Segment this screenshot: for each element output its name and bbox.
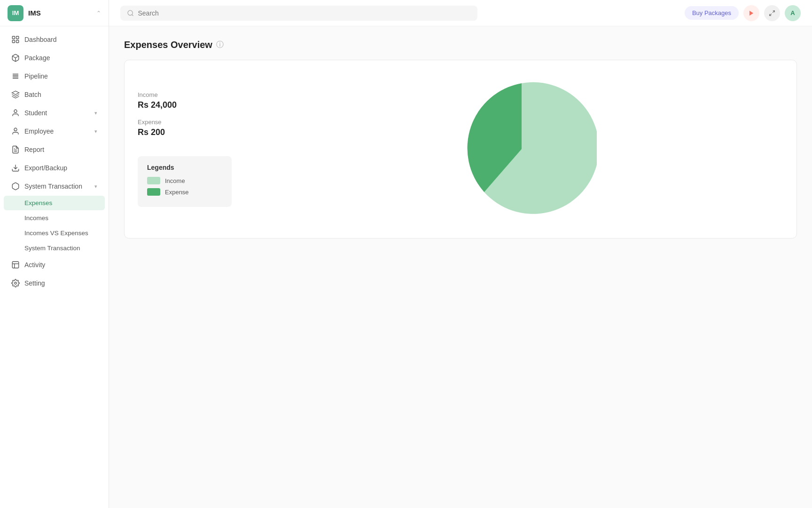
sidebar-item-label: Dashboard [24, 36, 57, 43]
batch-icon [11, 90, 20, 99]
svg-point-6 [14, 110, 17, 112]
svg-rect-3 [16, 40, 19, 43]
search-input[interactable] [138, 9, 471, 17]
expense-label: Expense [138, 119, 232, 126]
sidebar-item-label: Batch [24, 91, 41, 98]
income-stat: Income Rs 24,000 [138, 91, 232, 110]
sidebar-item-package[interactable]: Package [4, 49, 105, 67]
avatar-button[interactable]: A [785, 5, 801, 21]
logo-badge: IM [8, 5, 23, 21]
student-icon [11, 109, 20, 117]
dashboard-icon [11, 35, 20, 44]
play-icon [748, 10, 755, 16]
employee-chevron-icon: ▾ [94, 128, 97, 135]
legends-box: Legends Income Expense [138, 156, 232, 207]
report-icon [11, 145, 20, 154]
overview-stats: Income Rs 24,000 Expense Rs 200 Legends … [138, 91, 232, 207]
search-icon [127, 9, 134, 17]
expense-color-swatch [147, 188, 160, 196]
sidebar-subitem-label: Incomes VS Expenses [24, 230, 88, 237]
svg-line-18 [773, 10, 774, 12]
export-icon [11, 164, 20, 172]
svg-rect-11 [12, 262, 19, 268]
info-icon: ⓘ [216, 40, 224, 50]
sidebar-item-label: System Transaction [24, 183, 82, 190]
overview-card: Income Rs 24,000 Expense Rs 200 Legends … [124, 60, 797, 238]
income-color-swatch [147, 177, 160, 184]
svg-marker-17 [750, 10, 753, 16]
employee-icon [11, 127, 20, 135]
sidebar-subitem-expenses[interactable]: Expenses [4, 196, 105, 210]
sidebar-item-label: Report [24, 146, 44, 153]
svg-rect-2 [12, 40, 15, 43]
sidebar-subitem-incomes[interactable]: Incomes [4, 211, 105, 225]
sidebar-item-label: Activity [24, 261, 45, 269]
search-box[interactable] [120, 6, 477, 21]
sidebar-item-label: Student [24, 109, 47, 117]
sidebar: IM IMS ⌃ Dashboard Package [0, 0, 109, 508]
topbar-actions: Buy Packages A [685, 5, 801, 21]
sidebar-item-label: Employee [24, 127, 54, 135]
svg-rect-0 [12, 36, 15, 39]
sidebar-item-pipeline[interactable]: Pipeline [4, 67, 105, 85]
system-transaction-chevron-icon: ▾ [94, 183, 97, 190]
sidebar-item-student[interactable]: Student ▾ [4, 104, 105, 122]
svg-point-7 [14, 128, 17, 131]
sidebar-item-label: Package [24, 54, 50, 62]
legend-income: Income [147, 177, 222, 184]
expense-stat: Expense Rs 200 [138, 119, 232, 137]
sidebar-item-dashboard[interactable]: Dashboard [4, 31, 105, 48]
buy-packages-button[interactable]: Buy Packages [685, 6, 739, 20]
svg-point-15 [128, 10, 133, 15]
legend-expense-label: Expense [165, 189, 189, 196]
sidebar-item-setting[interactable]: Setting [4, 274, 105, 292]
content-area: Expenses Overview ⓘ Income Rs 24,000 Exp… [109, 26, 812, 508]
sidebar-item-label: Export/Backup [24, 164, 67, 172]
topbar: Buy Packages A [109, 0, 812, 26]
play-button[interactable] [743, 5, 759, 21]
legends-title: Legends [147, 164, 222, 171]
sidebar-subitem-incomes-vs-expenses[interactable]: Incomes VS Expenses [4, 226, 105, 240]
sidebar-item-report[interactable]: Report [4, 141, 105, 159]
main-content: Buy Packages A Expenses Overview ⓘ Inco [109, 0, 812, 508]
sidebar-item-export-backup[interactable]: Export/Backup [4, 159, 105, 177]
page-title-row: Expenses Overview ⓘ [124, 40, 797, 50]
pipeline-icon [11, 72, 20, 80]
sidebar-item-label: Pipeline [24, 72, 48, 80]
income-label: Income [138, 91, 232, 98]
sidebar-subitem-label: Expenses [24, 199, 52, 206]
sidebar-toggle-icon[interactable]: ⌃ [96, 10, 101, 16]
sidebar-item-employee[interactable]: Employee ▾ [4, 122, 105, 140]
sidebar-item-batch[interactable]: Batch [4, 86, 105, 103]
page-title: Expenses Overview [124, 40, 212, 50]
expense-value: Rs 200 [138, 127, 232, 137]
logo-text: IMS [28, 9, 41, 17]
sidebar-nav: Dashboard Package Pipeline [0, 26, 109, 508]
svg-marker-5 [12, 91, 19, 95]
sidebar-subitem-system-transaction[interactable]: System Transaction [4, 241, 105, 255]
student-chevron-icon: ▾ [94, 110, 97, 116]
income-value: Rs 24,000 [138, 100, 232, 110]
sidebar-header: IM IMS ⌃ [0, 0, 109, 26]
expand-button[interactable] [764, 5, 780, 21]
svg-point-14 [15, 282, 17, 285]
sidebar-subitem-label: System Transaction [24, 245, 80, 252]
sidebar-item-label: Setting [24, 279, 45, 287]
svg-line-19 [770, 14, 772, 16]
package-icon [11, 54, 20, 62]
sidebar-item-system-transaction[interactable]: System Transaction ▾ [4, 177, 105, 195]
pie-chart-container [260, 74, 783, 224]
sidebar-subitem-label: Incomes [24, 214, 48, 222]
pie-chart [446, 74, 597, 224]
legend-income-label: Income [165, 177, 185, 184]
activity-icon [11, 261, 20, 269]
legend-expense: Expense [147, 188, 222, 196]
svg-rect-1 [16, 36, 19, 39]
system-transaction-icon [11, 182, 20, 190]
gear-icon [11, 279, 20, 287]
sidebar-item-activity[interactable]: Activity [4, 256, 105, 274]
expand-icon [769, 10, 775, 16]
svg-line-16 [132, 15, 133, 16]
